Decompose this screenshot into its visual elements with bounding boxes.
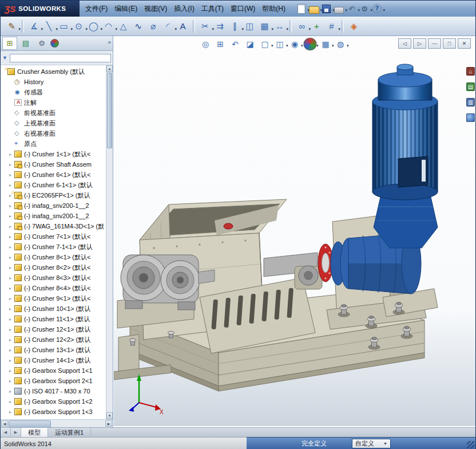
move-entities-icon[interactable]: ↔	[273, 19, 286, 33]
smart-dimension-icon[interactable]: ∡	[27, 19, 41, 33]
hide-show-items-icon[interactable]: ◉	[289, 38, 301, 50]
tree-item-crusher-7-1[interactable]: ▸ (-) Crusher 7-1<1> (默认	[1, 242, 113, 252]
crusher-assembly-model[interactable]: X	[114, 51, 475, 426]
tree-item-crusher-8-1[interactable]: ▸ (-) Crusher 8<1> (默认<	[1, 252, 113, 262]
circle-icon[interactable]: ◯	[87, 19, 100, 33]
expand-arrow-icon[interactable]: ▸	[9, 317, 14, 322]
text-icon[interactable]: A	[176, 19, 189, 33]
tree-item-crusher-11-1[interactable]: ▸ (-) Crusher 11<1> (默认	[1, 314, 113, 324]
expand-arrow-icon[interactable]: ▸	[9, 234, 14, 239]
pane-right-button[interactable]: ▷	[413, 38, 426, 49]
filter-funnel-icon[interactable]: ▼	[2, 55, 7, 61]
displaymanager-tab[interactable]	[50, 39, 59, 48]
view-orientation-icon[interactable]: ▢	[259, 38, 271, 50]
quick-snaps-icon[interactable]: #	[325, 19, 338, 33]
toolbar-separator[interactable]	[22, 20, 24, 33]
tab-model[interactable]: 模型	[21, 428, 48, 437]
linear-sketch-pattern-icon[interactable]: ▦	[258, 19, 271, 33]
model-tab-scroll-right[interactable]: ▶	[11, 428, 21, 437]
expand-arrow-icon[interactable]: ▸	[9, 203, 14, 208]
tree-item-top-plane[interactable]: 上视基准面	[1, 118, 113, 128]
menu-insert[interactable]: 插入(I)	[170, 3, 197, 15]
convert-entities-icon[interactable]: ⇉	[213, 19, 227, 33]
repair-sketch-icon[interactable]: +	[310, 19, 323, 33]
menu-window[interactable]: 窗口(W)	[227, 3, 259, 15]
expand-arrow-icon[interactable]: ▸	[9, 265, 14, 270]
expand-arrow-icon[interactable]: ▸	[9, 162, 14, 167]
polygon-icon[interactable]: △	[117, 19, 130, 33]
centerpoint-arc-icon[interactable]: ◠	[102, 19, 115, 33]
apply-scene-icon[interactable]: ▦	[320, 38, 332, 50]
tree-item-crusher-13-1[interactable]: ▸ (-) Crusher 13<1> (默认	[1, 345, 113, 355]
tree-item-crusher-12-1[interactable]: ▸ (-) Crusher 12<1> (默认	[1, 324, 113, 334]
tree-item-crusher-8-4[interactable]: ▸ (-) Crusher 8<4> (默认<	[1, 283, 113, 293]
expand-arrow-icon[interactable]: ▸	[9, 183, 14, 188]
tab-motion-study-1[interactable]: 运动算例1	[48, 428, 91, 437]
tree-item-front-plane[interactable]: 前视基准面	[1, 108, 113, 118]
tree-item-crusher-9-1[interactable]: ▸ (-) Crusher 9<1> (默认<	[1, 293, 113, 304]
expand-arrow-icon[interactable]: ▸	[9, 255, 14, 260]
new-file-icon[interactable]	[296, 3, 307, 14]
expand-arrow-icon[interactable]: ▸	[9, 286, 14, 291]
scroll-down-icon[interactable]: ▼	[106, 412, 113, 419]
resize-grip[interactable]	[467, 441, 474, 448]
toolbar-separator[interactable]	[342, 20, 344, 33]
tree-item-inafag-snv200-1-b[interactable]: ▸ (-) inafag_snv200-1__2	[1, 211, 113, 221]
menu-edit[interactable]: 编辑(E)	[111, 3, 141, 15]
expand-arrow-icon[interactable]: ▸	[9, 358, 14, 363]
restore-button[interactable]: □	[443, 38, 456, 49]
mirror-entities-icon[interactable]: ◫	[243, 19, 256, 33]
close-button[interactable]: ✕	[458, 38, 471, 49]
previous-view-icon[interactable]: ↶	[229, 38, 241, 50]
tree-item-crusher-assembly[interactable]: Crusher Assembly (默认	[1, 66, 113, 77]
featuremanager-tab[interactable]: ⊞	[2, 37, 17, 50]
tree-filter-input[interactable]	[10, 54, 111, 62]
expand-arrow-icon[interactable]: ▸	[9, 409, 14, 415]
view-settings-icon[interactable]: ◍	[335, 38, 347, 50]
expand-arrow-icon[interactable]: ▸	[9, 275, 14, 281]
expand-arrow-icon[interactable]: ▸	[9, 224, 14, 229]
expand-arrow-icon[interactable]: ▸	[9, 306, 14, 312]
tree-item-right-plane[interactable]: 右视基准面	[1, 128, 113, 139]
section-view-icon[interactable]: ◪	[244, 38, 256, 50]
menu-file[interactable]: 文件(F)	[82, 3, 111, 15]
tree-item-ec2065fp-1[interactable]: ▸ (-) EC2065FP<1> (默认	[1, 190, 113, 200]
spline-icon[interactable]: ∿	[132, 19, 145, 33]
expand-arrow-icon[interactable]: ▸	[9, 389, 14, 394]
expand-arrow-icon[interactable]: ▸	[9, 399, 14, 404]
menu-help[interactable]: 帮助(H)	[259, 3, 289, 15]
custom-dropdown[interactable]: 自定义 ▼	[352, 439, 391, 448]
tree-item-crusher-14-1[interactable]: ▸ (-) Crusher 14<1> (默认	[1, 355, 113, 365]
expand-arrow-icon[interactable]: ▸	[9, 172, 14, 178]
tree-item-gearbox-support-1-1[interactable]: ▸ (-) Gearbox Support 1<1	[1, 365, 113, 376]
offset-entities-icon[interactable]: ∥	[228, 19, 241, 33]
tree-item-inafag-snv200-1-a[interactable]: ▸ (-) inafag_snv200-1__2	[1, 200, 113, 211]
tree-item-crusher-8-2[interactable]: ▸ (-) Crusher 8<2> (默认<	[1, 262, 113, 273]
zoom-area-icon[interactable]: ⊞	[215, 38, 227, 50]
expand-arrow-icon[interactable]: ▸	[9, 368, 14, 373]
corner-rectangle-icon[interactable]: ▭	[57, 19, 70, 33]
expand-arrow-icon[interactable]: ▸	[9, 348, 14, 353]
model-electric-motor[interactable]	[372, 64, 439, 248]
tree-item-gearbox-support-2-1[interactable]: ▸ (-) Gearbox Support 2<1	[1, 376, 113, 386]
expand-arrow-icon[interactable]: ▸	[9, 379, 14, 384]
display-style-icon[interactable]: ◫	[274, 38, 286, 50]
tree-item-history[interactable]: History	[1, 77, 113, 87]
tree-item-origin[interactable]: 原点	[1, 139, 113, 149]
toolbar-separator[interactable]	[289, 20, 292, 33]
minimize-button[interactable]: —	[428, 38, 441, 49]
expand-arrow-icon[interactable]: ▸	[9, 327, 14, 332]
open-file-icon[interactable]	[308, 3, 320, 14]
tree-item-gearbox-support-1-3[interactable]: ▸ (-) Gearbox Support 1<3	[1, 407, 113, 417]
expand-arrow-icon[interactable]: ▸	[9, 245, 14, 250]
tree-vertical-scrollbar[interactable]: ▲ ▼	[106, 65, 113, 419]
tree-item-crusher-6[interactable]: ▸ (-) Crusher 6<1> (默认<	[1, 170, 113, 180]
line-icon[interactable]: ╲	[42, 19, 55, 33]
panel-collapse-chevron-icon[interactable]: »	[108, 39, 111, 45]
tree-item-crusher-10-1[interactable]: ▸ (-) Crusher 10<1> (默认	[1, 304, 113, 314]
tree-item-crusher-7[interactable]: ▸ (-) Crusher 7<1> (默认<	[1, 231, 113, 242]
scrollbar-thumb[interactable]	[107, 73, 112, 148]
print-icon[interactable]	[334, 3, 345, 14]
scroll-left-icon[interactable]: ◀	[1, 420, 8, 427]
scroll-right-icon[interactable]: ▶	[105, 420, 112, 427]
